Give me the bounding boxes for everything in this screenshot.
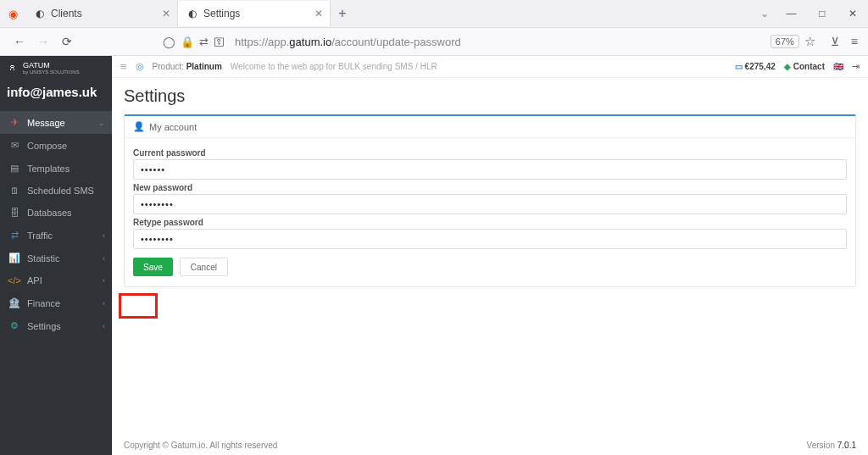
back-button[interactable]: ← — [10, 35, 29, 48]
chevron-left-icon: ‹ — [103, 254, 105, 263]
sidebar-item-databases[interactable]: 🗄 Databases — [0, 202, 112, 224]
pocket-icon[interactable]: ⊻ — [831, 35, 839, 48]
new-tab-button[interactable]: + — [331, 6, 354, 21]
sidebar-item-api[interactable]: </> API ‹ — [0, 269, 112, 291]
sidebar-item-label: Finance — [27, 298, 60, 308]
sidebar-item-label: Traffic — [27, 230, 53, 241]
sidebar-item-label: Statistic — [27, 253, 60, 264]
panel-title: My account — [149, 122, 197, 132]
url-prefix: https://app. — [235, 36, 289, 48]
bank-icon: 🏦 — [8, 297, 20, 308]
address-bar: ← → ⟳ ◯ 🔒 ⇄ ⚿ https://app.gatum.io/accou… — [0, 28, 868, 56]
close-window-button[interactable]: ✕ — [843, 4, 862, 23]
tab-settings[interactable]: ◐ Settings ✕ — [178, 1, 331, 26]
url-path: /account/update-password — [331, 36, 460, 48]
cancel-button[interactable]: Cancel — [180, 258, 228, 276]
label-current-password: Current password — [133, 148, 847, 158]
chevron-left-icon: ‹ — [103, 322, 105, 330]
footer-version: Version 7.0.1 — [807, 441, 856, 450]
tab-title: Settings — [203, 8, 240, 19]
key-icon: ⚿ — [214, 36, 225, 48]
sidebar-item-message[interactable]: ✈ Message ⌄ — [0, 111, 112, 134]
new-password-input[interactable] — [133, 194, 847, 214]
reload-button[interactable]: ⟳ — [58, 35, 76, 48]
contact-link[interactable]: ◆ Contact — [784, 62, 825, 71]
sidebar-item-label: API — [27, 275, 42, 286]
templates-icon: ▤ — [8, 163, 20, 174]
logout-icon[interactable]: ⇥ — [852, 61, 860, 72]
balance-value: €275,42 — [745, 62, 776, 71]
sidebar-item-traffic[interactable]: ⇄ Traffic ‹ — [0, 224, 112, 247]
contact-label: Contact — [793, 62, 825, 71]
sidebar-item-label: Settings — [27, 321, 61, 331]
forward-button[interactable]: → — [34, 35, 53, 48]
permissions-icon: ⇄ — [199, 36, 209, 48]
close-icon[interactable]: ✕ — [162, 8, 170, 19]
app-menu-icon[interactable]: ≡ — [851, 35, 858, 48]
sidebar-item-templates[interactable]: ▤ Templates — [0, 157, 112, 180]
person-icon: 👤 — [133, 121, 145, 132]
user-email: info@james.uk — [0, 80, 112, 111]
sidebar-item-compose[interactable]: ✉ Compose — [0, 134, 112, 157]
traffic-icon: ⇄ — [8, 230, 20, 241]
tab-clients[interactable]: ◐ Clients ✕ — [25, 1, 178, 26]
menu-toggle-icon[interactable]: ≡ — [120, 60, 127, 73]
label-retype-password: Retype password — [133, 218, 847, 227]
sidebar-item-scheduled[interactable]: 🗓 Scheduled SMS — [0, 180, 112, 202]
balance[interactable]: ▭ €275,42 — [735, 62, 776, 71]
brand-icon: ႙ — [7, 61, 18, 75]
compose-icon: ✉ — [8, 140, 20, 151]
sidebar-item-settings[interactable]: ⚙ Settings ‹ — [0, 314, 112, 337]
minimize-button[interactable]: ― — [781, 4, 801, 23]
sidebar-item-label: Templates — [27, 164, 70, 174]
code-icon: </> — [8, 275, 20, 286]
sidebar-item-finance[interactable]: 🏦 Finance ‹ — [0, 291, 112, 314]
browser-tab-strip: ◉ ◐ Clients ✕ ◐ Settings ✕ + ⌄ ― □ ✕ — [0, 0, 868, 28]
tab-favicon: ◐ — [34, 8, 46, 19]
retype-password-input[interactable] — [133, 229, 847, 249]
card-icon: ▭ — [735, 62, 743, 71]
message-icon: ✈ — [8, 117, 20, 128]
tab-favicon: ◐ — [186, 8, 198, 19]
lock-icon: 🔒 — [181, 36, 194, 48]
site-security-icons[interactable]: ◯ 🔒 ⇄ ⚿ — [163, 36, 225, 48]
brand: ႙ GATUM by UNISYS SOLUTIONS — [0, 56, 112, 80]
sidebar-item-label: Databases — [27, 208, 72, 218]
sidebar-item-label: Scheduled SMS — [27, 186, 94, 196]
save-button[interactable]: Save — [133, 258, 173, 276]
sidebar-item-statistic[interactable]: 📊 Statistic ‹ — [0, 247, 112, 269]
panel-header: 👤 My account — [125, 116, 855, 138]
chevron-down-icon: ⌄ — [98, 119, 105, 127]
gear-icon: ⚙ — [8, 320, 20, 331]
shield-icon: ◯ — [163, 36, 175, 48]
chevron-left-icon: ‹ — [103, 276, 105, 285]
current-password-input[interactable] — [133, 159, 847, 180]
tabs-overflow-icon[interactable]: ⌄ — [754, 8, 775, 19]
product-name: Platinum — [186, 62, 222, 71]
url-domain: gatum.io — [289, 36, 331, 48]
url-input[interactable]: https://app.gatum.io/account/update-pass… — [230, 36, 765, 48]
chevron-left-icon: ‹ — [103, 299, 105, 308]
main-area: ≡ ◎ Product: Platinum Welcome to the web… — [112, 56, 868, 455]
language-flag-icon[interactable]: 🇬🇧 — [833, 62, 843, 71]
tab-title: Clients — [51, 8, 82, 19]
bookmark-icon[interactable]: ☆ — [804, 34, 815, 49]
sidebar: ႙ GATUM by UNISYS SOLUTIONS info@james.u… — [0, 56, 112, 455]
window-controls: ― □ ✕ — [775, 4, 868, 23]
page-title: Settings — [124, 86, 856, 106]
sidebar-item-label: Message — [27, 118, 65, 128]
footer: Copyright © Gatum.io. All rights reserve… — [112, 436, 868, 455]
database-icon: 🗄 — [8, 208, 20, 218]
maximize-button[interactable]: □ — [814, 4, 830, 23]
close-icon[interactable]: ✕ — [314, 8, 323, 19]
footer-copyright: Copyright © Gatum.io. All rights reserve… — [124, 441, 277, 450]
chevron-left-icon: ‹ — [103, 231, 105, 240]
zoom-level[interactable]: 67% — [771, 35, 799, 48]
calendar-icon: 🗓 — [8, 186, 20, 196]
content: Settings 👤 My account Current password N… — [112, 78, 868, 287]
firefox-icon: ◉ — [0, 8, 25, 20]
product-label: Product: — [153, 62, 184, 71]
brand-title: GATUM — [23, 61, 80, 69]
chart-icon: 📊 — [8, 252, 20, 264]
welcome-text: Welcome to the web app for BULK sending … — [231, 62, 437, 71]
